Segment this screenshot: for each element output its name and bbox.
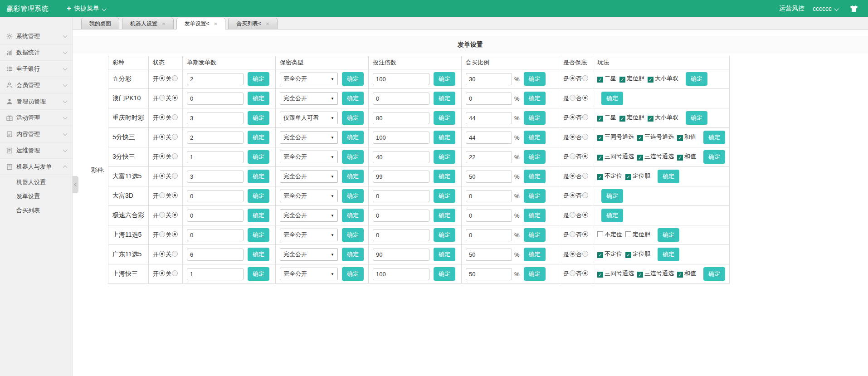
- status-off-radio[interactable]: [172, 173, 178, 179]
- guarantee-yes-radio[interactable]: [570, 95, 575, 101]
- confirm-button[interactable]: 确定: [342, 131, 364, 144]
- confirm-button[interactable]: 确定: [434, 92, 455, 105]
- confirm-button[interactable]: 确定: [342, 92, 364, 105]
- tab-close-icon[interactable]: ×: [266, 21, 269, 27]
- play-option[interactable]: ✓三连号通选: [637, 153, 674, 160]
- guarantee-no-radio[interactable]: [582, 270, 588, 276]
- checkbox-icon[interactable]: [625, 231, 631, 237]
- checkbox-icon[interactable]: ✓: [625, 252, 631, 258]
- confirm-button[interactable]: 确定: [434, 150, 455, 164]
- theme-shirt-icon[interactable]: [850, 5, 858, 12]
- ratio-input[interactable]: [466, 249, 512, 261]
- status-on-radio[interactable]: [159, 95, 165, 101]
- per-issue-input[interactable]: [187, 151, 244, 163]
- play-option[interactable]: 不定位: [597, 231, 622, 238]
- confirm-button[interactable]: 确定: [248, 209, 269, 222]
- multiple-input[interactable]: [373, 112, 429, 124]
- guarantee-yes-radio[interactable]: [570, 192, 575, 198]
- guarantee-no-radio[interactable]: [582, 114, 588, 120]
- confirm-button[interactable]: 确定: [434, 209, 455, 222]
- sidebar-item[interactable]: 机器人与发单: [0, 159, 72, 175]
- multiple-input[interactable]: [373, 171, 429, 183]
- confirm-button[interactable]: 确定: [686, 72, 707, 86]
- confirm-button[interactable]: 确定: [524, 92, 546, 105]
- status-off-radio[interactable]: [172, 231, 178, 237]
- status-off-radio[interactable]: [172, 114, 178, 120]
- status-on-radio[interactable]: [159, 114, 165, 120]
- confirm-button[interactable]: 确定: [434, 111, 455, 125]
- checkbox-icon[interactable]: ✓: [597, 116, 603, 122]
- guarantee-no-radio[interactable]: [582, 75, 588, 81]
- privacy-select[interactable]: 完全公开▼: [280, 190, 338, 202]
- confirm-button[interactable]: 确定: [248, 267, 269, 281]
- status-off-radio[interactable]: [172, 251, 178, 257]
- guarantee-yes-radio[interactable]: [570, 231, 575, 237]
- ratio-input[interactable]: [466, 268, 512, 280]
- play-option[interactable]: ✓定位胆: [619, 114, 644, 121]
- confirm-button[interactable]: 确定: [601, 209, 623, 222]
- per-issue-input[interactable]: [187, 190, 244, 202]
- guarantee-yes-radio[interactable]: [570, 270, 575, 276]
- sidebar-item[interactable]: 会员管理: [0, 77, 72, 93]
- confirm-button[interactable]: 确定: [524, 150, 546, 164]
- confirm-button[interactable]: 确定: [524, 267, 546, 281]
- checkbox-icon[interactable]: ✓: [625, 174, 631, 180]
- guarantee-yes-radio[interactable]: [570, 173, 575, 179]
- privacy-select[interactable]: 完全公开▼: [280, 268, 338, 280]
- sidebar-item[interactable]: 活动管理: [0, 110, 72, 126]
- confirm-button[interactable]: 确定: [703, 150, 725, 164]
- checkbox-icon[interactable]: ✓: [597, 155, 603, 161]
- tab-close-icon[interactable]: ×: [162, 21, 166, 27]
- privacy-select[interactable]: 完全公开▼: [280, 151, 338, 163]
- multiple-input[interactable]: [373, 132, 429, 144]
- multiple-input[interactable]: [373, 229, 429, 241]
- checkbox-icon[interactable]: ✓: [677, 155, 683, 161]
- sidebar-item[interactable]: 运维管理: [0, 142, 72, 159]
- multiple-input[interactable]: [373, 190, 429, 202]
- per-issue-input[interactable]: [187, 268, 244, 280]
- sidebar-item[interactable]: 数据统计: [0, 44, 72, 61]
- play-option[interactable]: 定位胆: [625, 231, 650, 238]
- confirm-button[interactable]: 确定: [658, 170, 679, 183]
- guarantee-no-radio[interactable]: [582, 212, 588, 218]
- privacy-select[interactable]: 完全公开▼: [280, 170, 338, 183]
- privacy-select[interactable]: 完全公开▼: [280, 131, 338, 144]
- checkbox-icon[interactable]: ✓: [637, 155, 643, 161]
- privacy-select[interactable]: 完全公开▼: [280, 73, 338, 85]
- confirm-button[interactable]: 确定: [342, 209, 364, 222]
- guarantee-no-radio[interactable]: [582, 231, 588, 237]
- quick-menu-button[interactable]: + 快捷菜单: [67, 4, 106, 13]
- confirm-button[interactable]: 确定: [248, 131, 269, 144]
- sidebar-item[interactable]: 管理员管理: [0, 93, 72, 110]
- play-option[interactable]: ✓二星: [597, 75, 616, 82]
- confirm-button[interactable]: 确定: [434, 248, 455, 261]
- privacy-select[interactable]: 完全公开▼: [280, 209, 338, 222]
- checkbox-icon[interactable]: ✓: [648, 116, 653, 122]
- confirm-button[interactable]: 确定: [658, 248, 679, 261]
- guarantee-no-radio[interactable]: [582, 192, 588, 198]
- user-menu[interactable]: cccccc: [813, 5, 838, 12]
- per-issue-input[interactable]: [187, 210, 244, 222]
- play-option[interactable]: ✓三同号通选: [597, 153, 634, 160]
- checkbox-icon[interactable]: [597, 231, 603, 237]
- tab[interactable]: 发单设置<×: [176, 18, 226, 29]
- status-off-radio[interactable]: [172, 75, 178, 81]
- status-on-radio[interactable]: [159, 212, 165, 218]
- confirm-button[interactable]: 确定: [342, 111, 364, 125]
- confirm-button[interactable]: 确定: [524, 189, 546, 203]
- multiple-input[interactable]: [373, 151, 429, 163]
- guarantee-no-radio[interactable]: [582, 134, 588, 140]
- status-off-radio[interactable]: [172, 192, 178, 198]
- confirm-button[interactable]: 确定: [658, 228, 679, 242]
- guarantee-yes-radio[interactable]: [570, 75, 575, 81]
- status-on-radio[interactable]: [159, 270, 165, 276]
- confirm-button[interactable]: 确定: [434, 267, 455, 281]
- ratio-input[interactable]: [466, 190, 512, 202]
- sidebar-collapse-handle[interactable]: [73, 176, 78, 193]
- confirm-button[interactable]: 确定: [524, 209, 546, 222]
- confirm-button[interactable]: 确定: [524, 228, 546, 242]
- tab[interactable]: 我的桌面: [81, 18, 119, 29]
- ratio-input[interactable]: [466, 112, 512, 124]
- confirm-button[interactable]: 确定: [686, 111, 707, 125]
- guarantee-no-radio[interactable]: [582, 95, 588, 101]
